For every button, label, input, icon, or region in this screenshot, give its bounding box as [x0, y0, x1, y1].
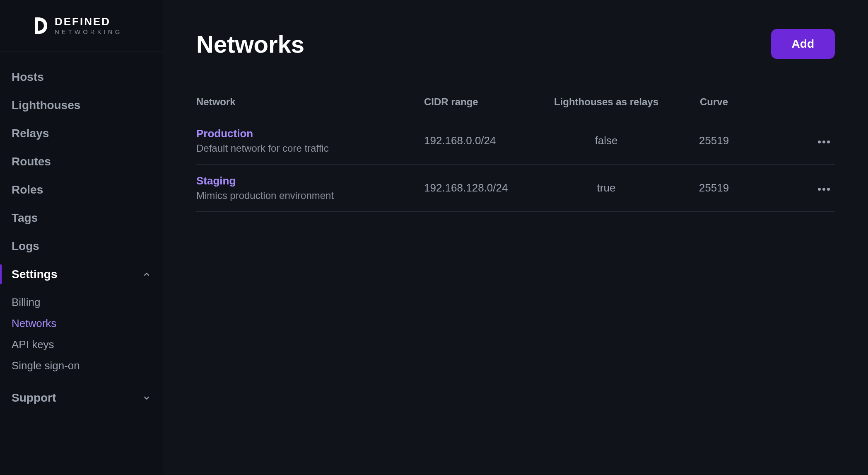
- dots-icon: [818, 141, 821, 143]
- settings-subnav: Billing Networks API keys Single sign-on: [0, 288, 163, 384]
- cell-cidr: 192.168.0.0/24: [424, 134, 544, 147]
- table-row: Production Default network for core traf…: [196, 117, 835, 165]
- sidebar-subitem-networks[interactable]: Networks: [0, 313, 163, 334]
- sidebar-subitem-billing[interactable]: Billing: [0, 292, 163, 313]
- chevron-up-icon: [142, 270, 151, 279]
- sidebar-item-support[interactable]: Support: [0, 384, 163, 412]
- sidebar-item-hosts[interactable]: Hosts: [0, 63, 163, 91]
- chevron-down-icon: [142, 393, 151, 402]
- cell-actions: [760, 133, 835, 148]
- network-name-link[interactable]: Staging: [196, 174, 424, 187]
- logo-area: DEFINED NETWORKING: [0, 0, 163, 51]
- add-button[interactable]: Add: [771, 29, 835, 59]
- cell-cidr: 192.168.128.0/24: [424, 182, 544, 194]
- table-header: Network CIDR range Lighthouses as relays…: [196, 96, 835, 117]
- cell-relay: false: [544, 134, 668, 147]
- cell-network: Staging Mimics production environment: [196, 174, 424, 201]
- main-content: Networks Add Network CIDR range Lighthou…: [163, 0, 868, 475]
- sidebar-item-settings[interactable]: Settings: [0, 260, 163, 288]
- th-network: Network: [196, 96, 424, 108]
- networks-table: Network CIDR range Lighthouses as relays…: [196, 96, 835, 212]
- th-curve: Curve: [668, 96, 760, 108]
- cell-network: Production Default network for core traf…: [196, 127, 424, 154]
- logo[interactable]: DEFINED NETWORKING: [32, 16, 122, 36]
- network-description: Mimics production environment: [196, 190, 424, 201]
- cell-curve: 25519: [668, 182, 760, 194]
- sidebar-item-logs[interactable]: Logs: [0, 232, 163, 260]
- logo-text: DEFINED NETWORKING: [55, 16, 122, 35]
- brand-name: DEFINED: [55, 16, 122, 27]
- th-cidr: CIDR range: [424, 96, 544, 108]
- page-header: Networks Add: [196, 29, 835, 59]
- brand-subtitle: NETWORKING: [55, 29, 122, 35]
- network-name-link[interactable]: Production: [196, 127, 424, 140]
- logo-icon: [32, 16, 49, 36]
- table-row: Staging Mimics production environment 19…: [196, 165, 835, 212]
- row-actions-button[interactable]: [813, 183, 835, 196]
- dots-icon: [818, 188, 821, 191]
- sidebar-item-tags[interactable]: Tags: [0, 204, 163, 232]
- cell-curve: 25519: [668, 134, 760, 147]
- sidebar-item-lighthouses[interactable]: Lighthouses: [0, 91, 163, 119]
- sidebar-item-routes[interactable]: Routes: [0, 148, 163, 176]
- sidebar-item-roles[interactable]: Roles: [0, 176, 163, 204]
- row-actions-button[interactable]: [813, 136, 835, 148]
- page-title: Networks: [196, 30, 304, 58]
- network-description: Default network for core traffic: [196, 143, 424, 154]
- sidebar: DEFINED NETWORKING Hosts Lighthouses Rel…: [0, 0, 163, 475]
- cell-actions: [760, 181, 835, 196]
- sidebar-subitem-sso[interactable]: Single sign-on: [0, 355, 163, 376]
- th-actions: [760, 96, 835, 108]
- cell-relay: true: [544, 182, 668, 194]
- sidebar-item-relays[interactable]: Relays: [0, 119, 163, 148]
- primary-nav: Hosts Lighthouses Relays Routes Roles Ta…: [0, 51, 163, 412]
- th-relay: Lighthouses as relays: [544, 96, 668, 108]
- sidebar-subitem-api-keys[interactable]: API keys: [0, 334, 163, 355]
